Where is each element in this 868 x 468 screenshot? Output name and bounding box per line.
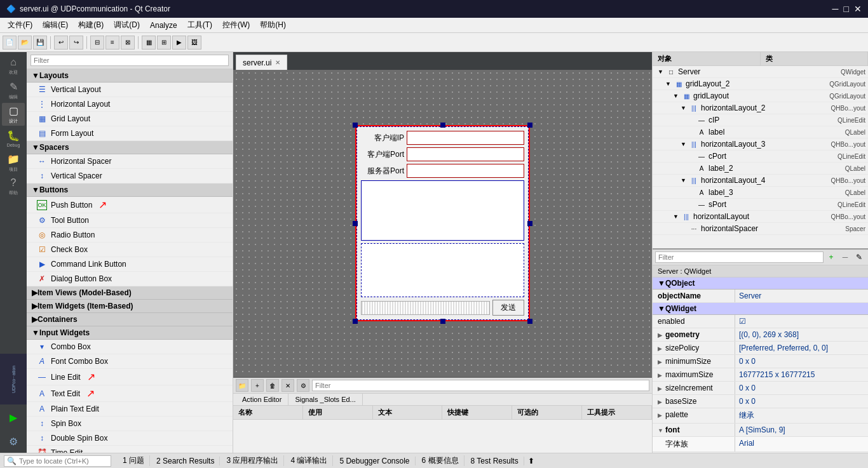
tree-item-hlayout[interactable]: ▼ ||| horizontalLayout QHBo...yout bbox=[653, 211, 868, 223]
rp-btn-remove[interactable]: ─ bbox=[839, 251, 851, 264]
tree-item-gridlayout2[interactable]: ▼ ▦ gridLayout_2 QGridLayout bbox=[653, 78, 868, 90]
section-layouts[interactable]: ▼ Layouts bbox=[27, 69, 233, 83]
close-button[interactable]: ✕ bbox=[854, 4, 862, 14]
widget-horizontal-spacer[interactable]: ↔ Horizontal Spacer bbox=[27, 154, 233, 169]
form-widget[interactable]: 客户端IP 客户端Port 服务器Port bbox=[355, 125, 530, 321]
input-sport[interactable] bbox=[407, 164, 524, 178]
input-cport[interactable] bbox=[407, 147, 524, 161]
widget-vertical-layout[interactable]: ☰ Vertical Layout bbox=[27, 83, 233, 97]
status-chevron[interactable]: ⬆ bbox=[528, 457, 534, 465]
prop-value-palette[interactable]: 继承 bbox=[735, 408, 868, 423]
widget-grid-layout[interactable]: ▦ Grid Layout bbox=[27, 112, 233, 126]
bp-btn-folder[interactable]: 📁 bbox=[236, 379, 248, 392]
section-containers[interactable]: ▶ Containers bbox=[27, 313, 233, 326]
prop-value-geometry[interactable]: [(0, 0), 269 x 368] bbox=[735, 328, 868, 341]
menu-controls[interactable]: 控件(W) bbox=[217, 18, 255, 32]
widget-radio-button[interactable]: ◎ Radio Button bbox=[27, 228, 233, 243]
toolbar-snap[interactable]: ⊞ bbox=[157, 36, 171, 50]
toolbar-new[interactable]: 📄 bbox=[3, 36, 17, 50]
menu-tools[interactable]: 工具(T) bbox=[182, 18, 217, 32]
handle-bl[interactable] bbox=[353, 319, 358, 324]
status-problems[interactable]: 1 问题 bbox=[118, 455, 150, 466]
widget-font-combo-box[interactable]: A Font Combo Box bbox=[27, 354, 233, 369]
tree-item-hlayout2[interactable]: ▼ ||| horizontalLayout_2 QHBo...yout bbox=[653, 102, 868, 114]
menu-build[interactable]: 构建(B) bbox=[73, 18, 109, 32]
status-summary[interactable]: 6 概要信息 bbox=[417, 455, 465, 466]
tree-item-label2[interactable]: A label_2 QLabel bbox=[653, 163, 868, 175]
sidebar-item-welcome[interactable]: ⌂ 欢迎 bbox=[2, 55, 25, 77]
sidebar-item-help[interactable]: ? 帮助 bbox=[2, 175, 25, 198]
prop-value-objectname[interactable]: Server bbox=[735, 290, 868, 302]
toolbar-save[interactable]: 💾 bbox=[33, 36, 47, 50]
prop-value-minimumsize[interactable]: 0 x 0 bbox=[735, 355, 868, 368]
design-tab-close[interactable]: ✕ bbox=[275, 59, 280, 66]
section-buttons[interactable]: ▼ Buttons bbox=[27, 184, 233, 197]
toolbar-image[interactable]: 🖼 bbox=[187, 36, 201, 50]
widget-combo-box[interactable]: ▾ Combo Box bbox=[27, 340, 233, 354]
receive-textarea[interactable] bbox=[362, 181, 524, 238]
handle-mr[interactable] bbox=[527, 221, 532, 226]
toolbar-preview[interactable]: ▶ bbox=[172, 36, 186, 50]
menu-file[interactable]: 文件(F) bbox=[3, 18, 37, 32]
tree-item-hlayout3[interactable]: ▼ ||| horizontalLayout_3 QHBo...yout bbox=[653, 138, 868, 150]
menu-debug[interactable]: 调试(D) bbox=[109, 18, 145, 32]
prop-value-sizeincrement[interactable]: 0 x 0 bbox=[735, 382, 868, 394]
maximize-button[interactable]: □ bbox=[844, 4, 849, 14]
toolbar-align-center[interactable]: ≡ bbox=[105, 36, 119, 50]
widget-filter-input[interactable] bbox=[31, 55, 229, 66]
widget-vertical-spacer[interactable]: ↕ Vertical Spacer bbox=[27, 169, 233, 184]
status-search-results[interactable]: 2 Search Results bbox=[151, 457, 220, 465]
section-item-widgets[interactable]: ▶ Item Widgets (Item-Based) bbox=[27, 300, 233, 313]
sidebar-item-design[interactable]: ▢ 设计 bbox=[2, 103, 25, 126]
rp-btn-edit[interactable]: ✎ bbox=[853, 251, 865, 264]
status-compile-output[interactable]: 4 编译输出 bbox=[285, 455, 333, 466]
status-debugger-console[interactable]: 5 Debugger Console bbox=[334, 457, 415, 465]
widget-form-layout[interactable]: ▤ Form Layout bbox=[27, 126, 233, 141]
prop-section-qobject[interactable]: ▼ QObject bbox=[653, 277, 868, 290]
prop-value-maximumsize[interactable]: 16777215 x 16777215 bbox=[735, 368, 868, 381]
tree-item-label[interactable]: A label QLabel bbox=[653, 126, 868, 138]
design-tab-server[interactable]: server.ui ✕ bbox=[236, 55, 287, 70]
status-app-output[interactable]: 3 应用程序输出 bbox=[221, 455, 284, 466]
tree-item-hspacer[interactable]: ··· horizontalSpacer Spacer bbox=[653, 223, 868, 235]
widget-tool-button[interactable]: ⚙ Tool Button bbox=[27, 213, 233, 228]
bp-btn-settings[interactable]: ⚙ bbox=[297, 379, 309, 392]
widget-command-link-button[interactable]: ▶ Command Link Button bbox=[27, 257, 233, 272]
sidebar-item-projects[interactable]: 📁 项目 bbox=[2, 151, 25, 174]
widget-push-button[interactable]: OK Push Button ↗ bbox=[27, 197, 233, 213]
widget-text-edit[interactable]: A Text Edit ↗ bbox=[27, 385, 233, 402]
widget-horizontal-layout[interactable]: ⋮ Horizontal Layout bbox=[27, 97, 233, 112]
bp-tab-action-editor[interactable]: Action Editor bbox=[236, 394, 288, 405]
prop-value-font[interactable]: A [SimSun, 9] bbox=[735, 424, 868, 436]
rp-filter-input[interactable] bbox=[655, 251, 824, 263]
send-textarea[interactable] bbox=[362, 244, 524, 295]
tree-item-cip[interactable]: — cIP QLineEdit bbox=[653, 114, 868, 126]
prop-section-qwidget[interactable]: ▼ QWidget bbox=[653, 303, 868, 315]
prop-value-sizepolicy[interactable]: [Preferred, Preferred, 0, 0] bbox=[735, 342, 868, 354]
tree-item-hlayout4[interactable]: ▼ ||| horizontalLayout_4 QHBo...yout bbox=[653, 175, 868, 187]
menu-help[interactable]: 帮助(H) bbox=[255, 18, 291, 32]
minimize-button[interactable]: ─ bbox=[832, 4, 839, 14]
widget-spin-box[interactable]: ↕ Spin Box bbox=[27, 417, 233, 431]
menu-edit[interactable]: 编辑(E) bbox=[37, 18, 73, 32]
tree-item-server[interactable]: ▼ □ Server QWidget bbox=[653, 66, 868, 78]
tree-item-sport[interactable]: — sPort QLineEdit bbox=[653, 199, 868, 211]
sidebar-item-build[interactable]: ⚙ bbox=[2, 430, 25, 453]
toolbar-grid[interactable]: ▦ bbox=[142, 36, 156, 50]
sidebar-item-edit[interactable]: ✎ 编辑 bbox=[2, 79, 25, 102]
handle-tl[interactable] bbox=[353, 123, 358, 128]
menu-analyze[interactable]: Analyze bbox=[145, 20, 182, 31]
sidebar-item-run[interactable]: ▶ bbox=[2, 406, 25, 429]
bp-filter-input[interactable] bbox=[312, 380, 649, 391]
widget-double-spin-box[interactable]: ↕ Double Spin Box bbox=[27, 431, 233, 446]
section-item-views[interactable]: ▶ Item Views (Model-Based) bbox=[27, 286, 233, 300]
send-input[interactable] bbox=[361, 301, 490, 315]
bp-btn-delete[interactable]: ✕ bbox=[281, 379, 294, 392]
widget-time-edit[interactable]: ⏰ Time Edit bbox=[27, 446, 233, 453]
tree-item-gridlayout[interactable]: ▼ ▦ gridLayout QGridLayout bbox=[653, 90, 868, 102]
toolbar-open[interactable]: 📂 bbox=[18, 36, 32, 50]
prop-value-enabled[interactable]: ☑ bbox=[735, 315, 868, 328]
prop-value-fontfamily[interactable]: Arial bbox=[735, 437, 868, 451]
section-input-widgets[interactable]: ▼ Input Widgets bbox=[27, 326, 233, 340]
handle-br[interactable] bbox=[527, 319, 532, 324]
